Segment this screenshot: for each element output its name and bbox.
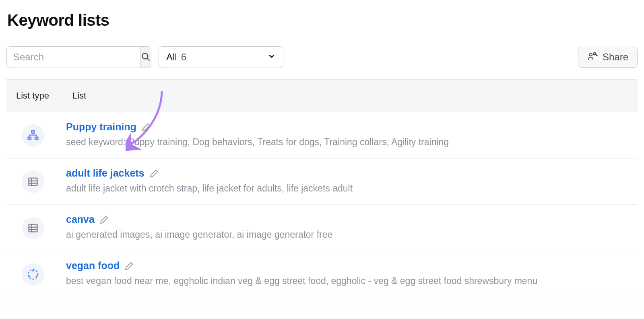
svg-point-3 <box>594 53 596 55</box>
svg-point-19 <box>29 276 30 277</box>
row-subtitle: adult life jacket with crotch strap, lif… <box>66 182 628 195</box>
row-body: vegan foodbest vegan food near me, eggho… <box>66 260 628 287</box>
list-link[interactable]: canva <box>66 214 95 225</box>
edit-icon[interactable] <box>141 122 151 132</box>
svg-point-2 <box>589 53 592 56</box>
svg-rect-6 <box>31 131 35 133</box>
filter-label: All <box>166 51 177 63</box>
edit-icon[interactable] <box>99 215 109 224</box>
dashed-cluster-icon <box>22 263 44 286</box>
svg-rect-9 <box>29 178 37 186</box>
table-row: adult life jacketsadult life jacket with… <box>6 158 638 205</box>
row-subtitle: ai generated images, ai image generator,… <box>66 228 628 241</box>
page-title: Keyword lists <box>7 11 638 29</box>
chevron-down-icon <box>268 51 276 63</box>
share-label: Share <box>603 51 628 63</box>
table-row: canvaai generated images, ai image gener… <box>6 205 638 251</box>
filter-count: 6 <box>181 51 186 63</box>
list-link[interactable]: vegan food <box>66 260 120 272</box>
row-body: adult life jacketsadult life jacket with… <box>66 167 628 195</box>
search-wrap <box>6 46 151 68</box>
svg-rect-13 <box>29 224 37 232</box>
col-header-list: List <box>72 91 86 101</box>
cluster-icon <box>22 124 44 147</box>
list-link[interactable]: adult life jackets <box>66 167 144 179</box>
search-button[interactable] <box>140 47 151 68</box>
table-icon <box>22 217 44 239</box>
row-subtitle: best vegan food near me, eggholic indian… <box>66 275 628 287</box>
row-body: Puppy trainingseed keyword: Puppy traini… <box>66 121 628 148</box>
list-link[interactable]: Puppy training <box>66 121 136 133</box>
table-row: vegan foodbest vegan food near me, eggho… <box>6 251 638 297</box>
search-input[interactable] <box>7 47 140 68</box>
filter-dropdown[interactable]: All 6 <box>159 46 283 68</box>
share-icon <box>587 51 598 64</box>
table-icon <box>22 171 44 193</box>
svg-rect-8 <box>35 137 38 140</box>
svg-point-20 <box>36 276 37 277</box>
edit-icon[interactable] <box>149 169 159 178</box>
svg-point-18 <box>32 270 34 272</box>
table-row: Puppy trainingseed keyword: Puppy traini… <box>6 112 638 158</box>
col-header-type: List type <box>16 91 56 101</box>
svg-line-1 <box>147 58 149 60</box>
row-body: canvaai generated images, ai image gener… <box>66 214 628 241</box>
edit-icon[interactable] <box>124 261 134 271</box>
toolbar: All 6 Share <box>6 46 638 68</box>
row-subtitle: seed keyword: Puppy training, Dog behavi… <box>66 136 628 148</box>
table-header: List type List <box>6 79 638 112</box>
svg-rect-7 <box>28 137 31 140</box>
share-button[interactable]: Share <box>578 47 638 68</box>
search-icon <box>140 51 151 63</box>
